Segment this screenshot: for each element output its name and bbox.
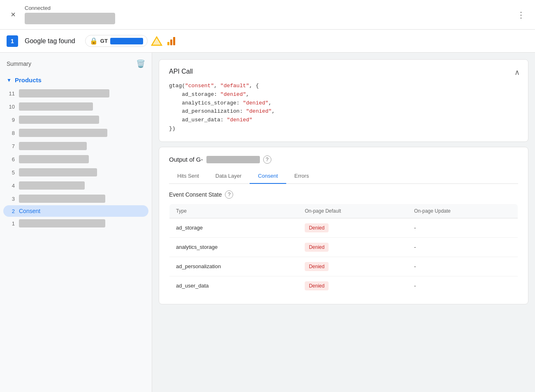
connection-section: Connected <box>25 5 115 24</box>
api-call-title: API Call <box>169 68 518 75</box>
sidebar-title: Summary <box>7 60 31 67</box>
tab-errors[interactable]: Errors <box>286 169 317 184</box>
sidebar: Summary 🗑️ Products 11 10 <box>0 53 152 392</box>
item-number: 1 <box>7 220 15 227</box>
tag-id-bar <box>110 38 143 44</box>
item-bar <box>19 116 99 124</box>
google-analytics-icon <box>166 35 177 47</box>
top-bar: × Connected ⋮ <box>0 0 535 30</box>
row-type-ad-personalization: ad_personalization <box>169 257 299 276</box>
gtag-pill[interactable]: 🔒 GT <box>85 35 148 47</box>
item-label-consent: Consent <box>19 208 40 214</box>
item-number: 7 <box>7 143 15 149</box>
top-bar-left: × Connected <box>7 5 115 24</box>
col-header-type: Type <box>169 204 299 218</box>
col-header-default: On-page Default <box>298 204 408 218</box>
list-item-consent[interactable]: 2 Consent <box>3 205 148 217</box>
tag-pills: 🔒 GT <box>85 35 177 47</box>
output-help-icon[interactable]: ? <box>263 155 271 164</box>
code-line-4: ad_personalization: "denied", <box>169 107 518 116</box>
products-label: Products <box>15 77 42 84</box>
table-row: ad_personalization Denied - <box>169 257 518 276</box>
close-button[interactable]: × <box>7 8 20 21</box>
item-number: 10 <box>7 104 15 110</box>
row-default-ad-user-data: Denied <box>298 276 408 295</box>
code-line-2: ad_storage: "denied", <box>169 90 518 99</box>
products-section: Products 11 10 9 <box>3 75 148 230</box>
denied-badge: Denied <box>305 223 329 232</box>
more-button[interactable]: ⋮ <box>514 8 528 21</box>
code-line-3: analytics_storage: "denied", <box>169 99 518 108</box>
item-bar <box>19 129 107 137</box>
gt-text: GT <box>100 38 108 44</box>
row-default-ad-personalization: Denied <box>298 257 408 276</box>
tab-data-layer[interactable]: Data Layer <box>207 169 250 184</box>
list-item[interactable]: 5 <box>3 166 148 179</box>
row-update-analytics-storage: - <box>408 237 518 257</box>
row-type-analytics-storage: analytics_storage <box>169 237 299 257</box>
table-row: analytics_storage Denied - <box>169 237 518 257</box>
clear-icon[interactable]: 🗑️ <box>136 59 145 68</box>
table-row: ad_user_data Denied - <box>169 276 518 295</box>
output-header: Output of G- ? <box>169 155 518 164</box>
item-bar <box>19 142 87 150</box>
consent-state-header: Event Consent State ? <box>169 190 518 199</box>
code-line-5: ad_user_data: "denied" <box>169 116 518 125</box>
header-title: Google tag found <box>25 37 75 45</box>
collapse-button[interactable]: ∧ <box>514 68 520 77</box>
item-bar <box>19 181 85 190</box>
analytics-icon-container <box>166 35 177 47</box>
tab-hits-sent[interactable]: Hits Sent <box>169 169 207 184</box>
output-card: Output of G- ? Hits Sent Data Layer Cons… <box>159 147 528 304</box>
tag-badge-number: 1 <box>7 35 18 47</box>
gtag-lock-icon: 🔒 <box>90 37 98 45</box>
svg-rect-4 <box>173 37 175 45</box>
item-number: 4 <box>7 183 15 189</box>
sidebar-header: Summary 🗑️ <box>3 59 148 73</box>
item-bar <box>19 102 93 111</box>
api-call-card: API Call ∧ gtag("consent", "default", { … <box>159 59 528 142</box>
google-ads-icon <box>151 35 162 47</box>
row-update-ad-storage: - <box>408 218 518 237</box>
item-number: 3 <box>7 196 15 202</box>
item-bar <box>19 155 89 163</box>
products-chevron-icon <box>7 77 12 83</box>
consent-state-help-icon[interactable]: ? <box>225 190 233 199</box>
row-type-ad-storage: ad_storage <box>169 218 299 237</box>
list-item[interactable]: 8 <box>3 126 148 139</box>
output-id-bar <box>206 156 260 163</box>
list-item[interactable]: 9 <box>3 113 148 126</box>
item-bar <box>19 168 97 176</box>
header-row: 1 Google tag found 🔒 GT <box>0 30 535 53</box>
list-item[interactable]: 10 <box>3 100 148 113</box>
item-bar <box>19 89 109 97</box>
connected-label: Connected <box>25 5 115 11</box>
products-header[interactable]: Products <box>3 75 148 85</box>
item-number: 6 <box>7 156 15 162</box>
ads-icon-container <box>151 35 162 47</box>
item-number: 11 <box>7 90 15 97</box>
product-items: 11 10 9 8 <box>3 87 148 230</box>
list-item[interactable]: 1 <box>3 217 148 230</box>
code-line-6: }) <box>169 125 518 133</box>
row-update-ad-personalization: - <box>408 257 518 276</box>
denied-badge: Denied <box>305 262 329 271</box>
list-item[interactable]: 7 <box>3 139 148 153</box>
table-row: ad_storage Denied - <box>169 218 518 237</box>
output-title-prefix: Output of G- <box>169 156 203 163</box>
right-panel: API Call ∧ gtag("consent", "default", { … <box>152 53 535 392</box>
list-item[interactable]: 3 <box>3 192 148 205</box>
row-default-analytics-storage: Denied <box>298 237 408 257</box>
list-item[interactable]: 6 <box>3 153 148 166</box>
row-update-ad-user-data: - <box>408 276 518 295</box>
item-number: 8 <box>7 130 15 136</box>
row-type-ad-user-data: ad_user_data <box>169 276 299 295</box>
table-header-row: Type On-page Default On-page Update <box>169 204 518 218</box>
tab-consent[interactable]: Consent <box>250 169 286 184</box>
list-item[interactable]: 11 <box>3 87 148 100</box>
list-item[interactable]: 4 <box>3 179 148 192</box>
main-content: Summary 🗑️ Products 11 10 <box>0 53 535 392</box>
top-bar-right: ⋮ <box>514 8 528 21</box>
item-number-active: 2 <box>7 208 15 214</box>
consent-table: Type On-page Default On-page Update ad_s… <box>169 204 518 296</box>
